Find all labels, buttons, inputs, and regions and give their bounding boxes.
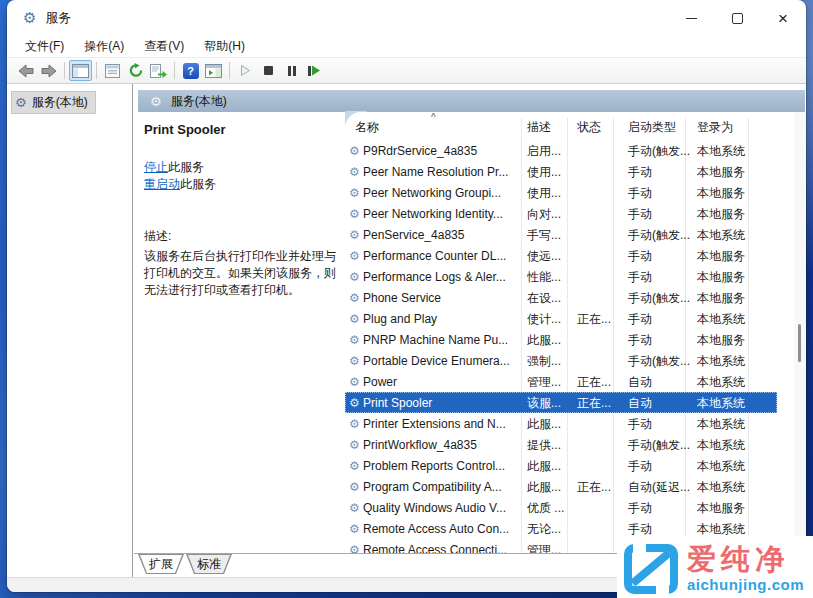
restart-link-suffix: 此服务 bbox=[180, 177, 216, 191]
service-gear-icon: ⚙ bbox=[349, 333, 360, 347]
view-tabs: 扩展 标准 bbox=[138, 554, 232, 574]
cell-startup-type: 手动 bbox=[628, 520, 652, 537]
title-bar: ⚙ 服务 × bbox=[7, 0, 806, 36]
stop-service-link[interactable]: 停止 bbox=[144, 160, 168, 174]
pause-service-button[interactable] bbox=[280, 60, 303, 81]
table-row[interactable]: ⚙ P9RdrService_4a835 启用... 手动(触发... 本地系统 bbox=[345, 140, 777, 161]
vertical-scrollbar[interactable] bbox=[794, 112, 806, 552]
help-button[interactable]: ? bbox=[179, 60, 202, 81]
column-header-name[interactable]: 名称 bbox=[355, 119, 379, 136]
table-row[interactable]: ⚙ Plug and Play 使计... 正在... 手动 本地系统 bbox=[345, 308, 777, 329]
cell-description: 此服... bbox=[527, 457, 561, 474]
table-row[interactable]: ⚙ Power 管理... 正在... 自动 本地系统 bbox=[345, 371, 777, 392]
toolbar-separator bbox=[229, 62, 230, 79]
cell-logon-as: 本地系统 bbox=[697, 373, 745, 390]
table-row[interactable]: ⚙ Phone Service 在设... 手动(触发... 本地服务 bbox=[345, 287, 777, 308]
column-header-logon[interactable]: 登录为 bbox=[697, 119, 733, 136]
cell-startup-type: 手动 bbox=[628, 499, 652, 516]
table-row[interactable]: ⚙ PNRP Machine Name Pu... 此服... 手动 本地服务 bbox=[345, 329, 777, 350]
cell-startup-type: 手动 bbox=[628, 247, 652, 264]
cell-status: 正在... bbox=[577, 394, 611, 411]
extended-info-pane: Print Spooler 停止此服务 重启动此服务 描述: 该服务在后台执行打… bbox=[144, 122, 344, 299]
minimize-button[interactable] bbox=[668, 0, 714, 36]
service-gear-icon: ⚙ bbox=[349, 522, 360, 536]
show-action-pane-button[interactable] bbox=[202, 60, 225, 81]
service-gear-icon: ⚙ bbox=[349, 354, 360, 368]
watermark-text: 爱纯净 aichunjing.com bbox=[687, 545, 804, 593]
table-row[interactable]: ⚙ Performance Logs & Aler... 性能... 手动 本地… bbox=[345, 266, 777, 287]
maximize-button[interactable] bbox=[714, 0, 760, 36]
table-row[interactable]: ⚙ Peer Name Resolution Pr... 使用... 手动 本地… bbox=[345, 161, 777, 182]
show-console-tree-button[interactable] bbox=[69, 60, 92, 81]
start-service-icon bbox=[239, 64, 252, 77]
cell-logon-as: 本地服务 bbox=[697, 205, 745, 222]
menu-file[interactable]: 文件(F) bbox=[15, 36, 74, 57]
cell-name: Remote Access Auto Con... bbox=[363, 522, 509, 536]
cell-name: Phone Service bbox=[363, 291, 441, 305]
table-row[interactable]: ⚙ Peer Networking Groupi... 使用... 手动 本地服… bbox=[345, 182, 777, 203]
services-window: ⚙ 服务 × 文件(F) 操作(A) 查看(V) 帮助(H) bbox=[7, 0, 806, 592]
cell-logon-as: 本地系统 bbox=[697, 457, 745, 474]
selected-service-title: Print Spooler bbox=[144, 122, 344, 137]
help-icon: ? bbox=[183, 63, 199, 79]
start-service-button[interactable] bbox=[234, 60, 257, 81]
services-node-icon: ⚙ bbox=[15, 95, 27, 110]
table-row[interactable]: ⚙ Problem Reports Control... 此服... 手动 本地… bbox=[345, 455, 777, 476]
cell-name: Plug and Play bbox=[363, 312, 437, 326]
cell-name: Peer Networking Groupi... bbox=[363, 186, 501, 200]
cell-startup-type: 手动(触发... bbox=[628, 436, 690, 453]
cell-name: Remote Access Connecti... bbox=[363, 543, 507, 554]
cell-startup-type: 手动(触发... bbox=[628, 289, 690, 306]
tab-extended[interactable]: 扩展 bbox=[138, 554, 184, 574]
forward-button[interactable] bbox=[37, 60, 60, 81]
restart-service-button[interactable] bbox=[303, 60, 326, 81]
watermark: 爱纯净 aichunjing.com bbox=[617, 536, 813, 598]
back-button[interactable] bbox=[14, 60, 37, 81]
cell-status: 正在... bbox=[577, 478, 611, 495]
cell-description: 使用... bbox=[527, 163, 561, 180]
cell-description: 无论... bbox=[527, 520, 561, 537]
service-gear-icon: ⚙ bbox=[349, 417, 360, 431]
restart-service-link[interactable]: 重启动 bbox=[144, 177, 180, 191]
service-description: 该服务在后台执行打印作业并处理与打印机的交互。如果关闭该服务，则无法进行打印或查… bbox=[144, 248, 344, 299]
service-gear-icon: ⚙ bbox=[349, 207, 360, 221]
menu-action[interactable]: 操作(A) bbox=[74, 36, 134, 57]
cell-startup-type: 手动(触发... bbox=[628, 142, 690, 159]
cell-status: 正在... bbox=[577, 373, 611, 390]
refresh-button[interactable] bbox=[124, 60, 147, 81]
export-list-button[interactable] bbox=[147, 60, 170, 81]
menu-view[interactable]: 查看(V) bbox=[134, 36, 194, 57]
cell-startup-type: 手动 bbox=[628, 268, 652, 285]
close-button[interactable]: × bbox=[760, 0, 806, 36]
menu-help[interactable]: 帮助(H) bbox=[194, 36, 255, 57]
column-header-desc[interactable]: 描述 bbox=[527, 119, 551, 136]
table-row[interactable]: ⚙ Peer Networking Identity... 向对... 手动 本… bbox=[345, 203, 777, 224]
cell-name: PNRP Machine Name Pu... bbox=[363, 333, 508, 347]
table-row[interactable]: ⚙ Print Spooler 该服... 正在... 自动 本地系统 bbox=[345, 392, 777, 413]
cell-description: 此服... bbox=[527, 331, 561, 348]
service-table-body: ⚙ P9RdrService_4a835 启用... 手动(触发... 本地系统… bbox=[345, 140, 791, 553]
column-header-startup[interactable]: 启动类型 bbox=[628, 119, 676, 136]
table-row[interactable]: ⚙ PrintWorkflow_4a835 提供... 手动(触发... 本地系… bbox=[345, 434, 777, 455]
scrollbar-thumb[interactable] bbox=[798, 324, 801, 362]
cell-startup-type: 手动 bbox=[628, 163, 652, 180]
table-row[interactable]: ⚙ Printer Extensions and N... 此服... 手动 本… bbox=[345, 413, 777, 434]
table-row[interactable]: ⚙ Program Compatibility A... 此服... 正在...… bbox=[345, 476, 777, 497]
cell-name: Print Spooler bbox=[363, 396, 432, 410]
tab-standard[interactable]: 标准 bbox=[186, 554, 232, 574]
table-row[interactable]: ⚙ Quality Windows Audio V... 优质 ... 手动 本… bbox=[345, 497, 777, 518]
table-row[interactable]: ⚙ Performance Counter DL... 使远... 手动 本地服… bbox=[345, 245, 777, 266]
table-row[interactable]: ⚙ Portable Device Enumera... 强制... 手动(触发… bbox=[345, 350, 777, 371]
stop-service-line: 停止此服务 bbox=[144, 159, 344, 176]
properties-button[interactable] bbox=[101, 60, 124, 81]
stop-service-button[interactable] bbox=[257, 60, 280, 81]
table-row[interactable]: ⚙ PenService_4a835 手写... 手动(触发... 本地系统 bbox=[345, 224, 777, 245]
cell-name: P9RdrService_4a835 bbox=[363, 144, 477, 158]
service-gear-icon: ⚙ bbox=[349, 270, 360, 284]
window-controls: × bbox=[668, 0, 806, 36]
column-header-status[interactable]: 状态 bbox=[577, 119, 601, 136]
service-gear-icon: ⚙ bbox=[349, 144, 360, 158]
cell-logon-as: 本地服务 bbox=[697, 331, 745, 348]
cell-logon-as: 本地系统 bbox=[697, 478, 745, 495]
tree-item-services-local[interactable]: ⚙ 服务(本地) bbox=[11, 91, 96, 114]
